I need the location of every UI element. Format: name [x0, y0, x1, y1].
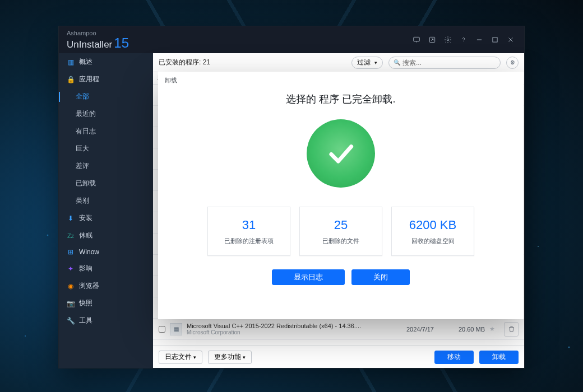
- check-icon: [323, 136, 358, 171]
- sidebar-item-browser[interactable]: ◉浏览器: [59, 277, 153, 295]
- sidebar-sub-huge[interactable]: 巨大: [59, 140, 153, 157]
- sleep-icon: Zz: [67, 232, 75, 240]
- row-meta: Microsoft Visual C++ 2015-2022 Redistrib…: [187, 323, 402, 335]
- close-button[interactable]: 关闭: [351, 269, 410, 285]
- impact-icon: ✦: [67, 265, 75, 273]
- svg-point-2: [447, 39, 449, 41]
- stat-deleted-files: 25 已删除的文件: [299, 207, 382, 256]
- feedback-icon[interactable]: [409, 32, 424, 48]
- modal-headline: 选择的 程序 已完全卸载.: [286, 92, 395, 106]
- installed-count: 已安装的程序: 21: [159, 58, 210, 67]
- sidebar-sub-all[interactable]: 全部: [59, 88, 153, 105]
- svg-point-3: [464, 41, 464, 42]
- browser-icon: ◉: [67, 282, 75, 290]
- brand-version: 15: [114, 35, 129, 50]
- search-icon: 🔍: [394, 59, 400, 66]
- table-row[interactable]: ▦Microsoft Visual C++ 2015-2022 Redistri…: [153, 319, 524, 340]
- snapshot-icon: 📷: [67, 300, 75, 307]
- help-icon[interactable]: [456, 32, 471, 48]
- sidebar-item-snapshot[interactable]: 📷快照: [59, 295, 153, 312]
- more-button[interactable]: 更多功能: [208, 351, 252, 364]
- stat-disk-freed: 6200 KB 回收的磁盘空间: [391, 207, 474, 256]
- filter-button[interactable]: 过滤: [351, 57, 383, 69]
- sidebar-item-apps[interactable]: 🔒应用程: [59, 71, 153, 88]
- uninstall-complete-modal: 卸载 选择的 程序 已完全卸载. 31 已删除的注册表项 25 已删除的文件 6…: [158, 72, 524, 319]
- install-icon: ⬇: [67, 214, 75, 222]
- sidebar-label: 应用程: [79, 74, 99, 84]
- stat-deleted-registry: 31 已删除的注册表项: [207, 207, 290, 256]
- favorite-star-icon[interactable]: ★: [489, 325, 499, 333]
- titlebar: Ashampoo UnInstaller 15: [59, 26, 524, 53]
- sidebar-sub-removed[interactable]: 已卸载: [59, 175, 153, 192]
- row-date: 2024/7/17: [406, 326, 446, 333]
- sidebar-sub-recent[interactable]: 最近的: [59, 105, 153, 123]
- sidebar-label: 概述: [79, 57, 92, 67]
- close-icon[interactable]: [503, 32, 519, 48]
- content-toolbar: 已安装的程序: 21 过滤 🔍 ⚙: [153, 53, 524, 72]
- search-input[interactable]: [402, 59, 496, 67]
- row-uninstall-button[interactable]: [504, 322, 519, 337]
- sidebar-item-windows[interactable]: ⊞Winow: [59, 244, 153, 260]
- tools-icon: 🔧: [67, 317, 75, 325]
- move-button[interactable]: 移动: [434, 351, 474, 364]
- minimize-icon[interactable]: [471, 32, 487, 48]
- sidebar: ▥概述 🔒应用程 全部 最近的 有日志 巨大 差评 已卸载 类别 ⬇安装 Zz休…: [59, 53, 153, 368]
- sidebar-item-tools[interactable]: 🔧工具: [59, 312, 153, 329]
- brand-product: UnInstaller: [67, 39, 112, 50]
- content-footer: 日志文件 更多功能 移动 卸载: [153, 346, 524, 368]
- uninstall-button[interactable]: 卸载: [479, 351, 519, 364]
- logs-button[interactable]: 日志文件: [159, 351, 202, 364]
- modal-title: 卸载: [158, 72, 184, 89]
- maximize-icon[interactable]: [487, 32, 503, 48]
- modal-actions: 显示日志 关闭: [272, 269, 410, 285]
- brand: Ashampoo UnInstaller 15: [67, 30, 129, 50]
- sidebar-item-sleep[interactable]: Zz休眠: [59, 227, 153, 244]
- sidebar-sub-category[interactable]: 类别: [59, 192, 153, 209]
- row-checkbox[interactable]: [159, 326, 165, 333]
- sidebar-sub-logged[interactable]: 有日志: [59, 123, 153, 140]
- show-log-button[interactable]: 显示日志: [272, 269, 345, 285]
- app-icon: ▦: [170, 323, 182, 335]
- sidebar-item-impact[interactable]: ✦影响: [59, 260, 153, 277]
- svg-rect-4: [493, 38, 497, 42]
- stats: 31 已删除的注册表项 25 已删除的文件 6200 KB 回收的磁盘空间: [207, 207, 474, 256]
- apps-icon: 🔒: [67, 76, 75, 83]
- success-badge: [307, 119, 375, 188]
- windows-icon: ⊞: [67, 248, 75, 256]
- sidebar-sub-badrev[interactable]: 差评: [59, 157, 153, 175]
- settings-icon[interactable]: [440, 32, 456, 48]
- overview-icon: ▥: [67, 58, 75, 66]
- search-field[interactable]: 🔍: [388, 57, 501, 69]
- row-size: 20.60 MB: [450, 326, 485, 333]
- sidebar-item-overview[interactable]: ▥概述: [59, 53, 153, 71]
- external-icon[interactable]: [424, 32, 440, 48]
- list-settings-button[interactable]: ⚙: [506, 57, 519, 69]
- gear-icon: ⚙: [510, 59, 515, 66]
- sidebar-item-install[interactable]: ⬇安装: [59, 209, 153, 227]
